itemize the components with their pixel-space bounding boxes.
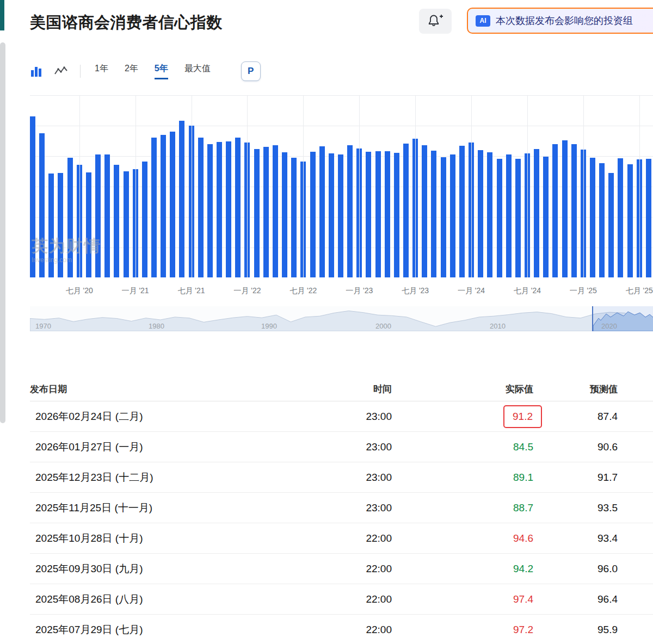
- gridline: [247, 95, 248, 277]
- table-row[interactable]: 2025年11月25日 (十一月)23:0088.793.5: [30, 493, 653, 523]
- chart-bar: [254, 149, 260, 277]
- chart-bar: [179, 121, 184, 277]
- x-tick-label: 七月 '20: [66, 286, 93, 296]
- p-settings-button[interactable]: P: [241, 61, 261, 81]
- actual-value-cell: 97.2: [392, 624, 533, 636]
- release-date-cell: 2025年12月23日 (十二月): [30, 470, 261, 485]
- ai-insight-banner[interactable]: AI 本次数据发布会影响您的投资组: [467, 8, 653, 34]
- x-tick-label: 七月 '21: [177, 286, 205, 296]
- chart-bar: [86, 172, 91, 277]
- chart-bar: [310, 152, 316, 277]
- chart-bar: [385, 151, 390, 277]
- timeline-navigator[interactable]: 197019801990200020102020: [30, 306, 653, 331]
- chart-bar: [114, 165, 119, 277]
- chart-bar: [403, 144, 409, 277]
- forecast-value-cell: 90.6: [533, 441, 618, 453]
- chart-bar: [599, 163, 605, 277]
- x-tick-label: 一月 '22: [233, 286, 261, 296]
- bar-chart-type-button[interactable]: [30, 66, 43, 77]
- navigator-years: 197019801990200020102020: [30, 306, 653, 331]
- time-cell: 23:00: [261, 441, 392, 453]
- chart-bar: [282, 152, 287, 277]
- chart-bar: [375, 151, 381, 277]
- actual-value: 94.6: [513, 532, 533, 544]
- chart-bar: [58, 173, 63, 277]
- forecast-value-cell: 91.7: [533, 472, 618, 484]
- chart-bar: [618, 158, 623, 277]
- chart-bar: [319, 146, 325, 277]
- actual-value-cell: 91.2: [392, 405, 533, 428]
- gridline: [583, 95, 584, 277]
- chart-bar: [30, 116, 35, 277]
- release-date-cell: 2026年02月24日 (二月): [30, 410, 261, 424]
- time-cell: 22:00: [261, 563, 392, 575]
- forecast-value-cell: 96.4: [533, 593, 618, 605]
- chart-bar: [67, 158, 73, 277]
- navigator-year-label: 2010: [490, 322, 506, 330]
- release-date-cell: 2025年11月25日 (十一月): [30, 501, 261, 515]
- range-5y-button[interactable]: 5年: [155, 63, 168, 79]
- gridline: [359, 95, 360, 277]
- x-tick-label: 七月 '23: [402, 286, 429, 296]
- chart-bar: [590, 158, 595, 277]
- bell-plus-icon: [427, 14, 443, 29]
- actual-value: 88.7: [513, 502, 533, 513]
- vertical-scrollbar[interactable]: [0, 42, 5, 423]
- navigator-year-label: 2000: [375, 322, 391, 330]
- bar-chart-plot[interactable]: [30, 95, 653, 277]
- econ-table-body: 2026年02月24日 (二月)23:0091.287.42026年01月27日…: [30, 401, 653, 644]
- ai-icon: AI: [476, 15, 490, 27]
- chart-bar: [487, 152, 492, 277]
- chart-bar: [534, 149, 539, 277]
- chart-bar: [366, 152, 371, 277]
- navigator-year-label: 1970: [35, 322, 51, 330]
- range-1y-button[interactable]: 1年: [95, 63, 108, 79]
- chart-bar: [627, 164, 633, 277]
- chart-controls: 1年 2年 5年 最大值 P: [30, 61, 261, 82]
- chart-bar: [506, 154, 512, 277]
- controls-divider: [80, 65, 81, 78]
- table-row[interactable]: 2025年08月26日 (八月)22:0097.496.4: [30, 584, 653, 615]
- chart-bar: [235, 138, 241, 277]
- actual-value-cell: 88.7: [392, 502, 533, 514]
- time-cell: 23:00: [261, 472, 392, 484]
- x-tick-label: 七月 '24: [514, 286, 541, 296]
- chart-bar: [263, 147, 269, 277]
- time-cell: 22:00: [261, 624, 392, 636]
- chart-bar: [207, 144, 213, 277]
- time-cell: 23:00: [261, 502, 392, 514]
- chart-bar: [441, 157, 446, 277]
- forecast-value-cell: 93.4: [533, 532, 618, 544]
- range-max-button[interactable]: 最大值: [184, 63, 211, 79]
- release-date-cell: 2025年08月26日 (八月): [30, 592, 261, 606]
- line-chart-type-button[interactable]: [54, 66, 68, 77]
- table-row[interactable]: 2025年10月28日 (十月)22:0094.693.4: [30, 523, 653, 554]
- chart-bar: [226, 141, 231, 277]
- chart-bar: [459, 146, 465, 277]
- actual-value-cell: 84.5: [392, 441, 533, 453]
- forecast-value-cell: 95.9: [533, 624, 618, 636]
- table-row[interactable]: 2026年02月24日 (二月)23:0091.287.4: [30, 401, 653, 432]
- table-row[interactable]: 2025年07月29日 (七月)22:0097.295.9: [30, 615, 653, 644]
- actual-value: 84.5: [513, 441, 533, 453]
- gridline: [527, 95, 528, 277]
- gridline: [415, 95, 416, 277]
- chart-bar: [497, 159, 502, 277]
- chart-bar: [394, 153, 399, 277]
- table-row[interactable]: 2025年09月30日 (九月)22:0094.296.0: [30, 554, 653, 584]
- x-tick-label: 七月 '22: [289, 286, 317, 296]
- chart-bar: [422, 145, 427, 277]
- range-2y-button[interactable]: 2年: [125, 63, 138, 79]
- chart-bar: [104, 154, 110, 277]
- chart-bar: [198, 138, 204, 277]
- release-date-cell: 2025年07月29日 (七月): [30, 623, 261, 637]
- table-row[interactable]: 2025年12月23日 (十二月)23:0089.191.7: [30, 462, 653, 493]
- x-tick-label: 一月 '21: [122, 286, 149, 296]
- gridline: [79, 95, 80, 277]
- chart-bar: [329, 153, 334, 277]
- x-tick-label: 一月 '23: [346, 286, 373, 296]
- alert-bell-button[interactable]: [419, 9, 452, 34]
- forecast-value-cell: 96.0: [533, 563, 618, 575]
- table-row[interactable]: 2026年01月27日 (一月)23:0084.590.6: [30, 432, 653, 462]
- actual-value: 94.2: [513, 563, 533, 574]
